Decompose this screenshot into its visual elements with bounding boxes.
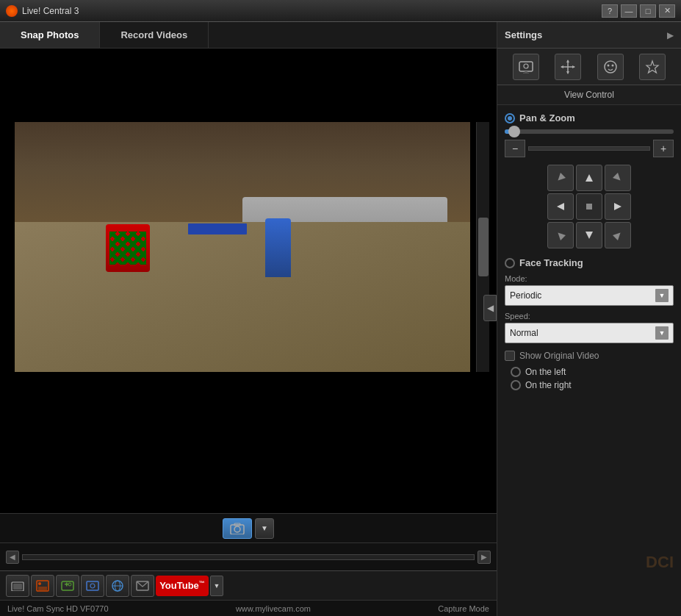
settings-panel: Settings ▶ [497,22,681,616]
svg-point-29 [607,64,609,66]
settings-expand-arrow[interactable]: ▶ [667,30,674,40]
on-the-left-label: On the left [525,367,566,377]
viewcontrol-settings-icon[interactable] [555,54,581,80]
scroll-left-arrow[interactable]: ◀ [6,551,19,564]
dpad-bottomleft[interactable] [547,222,574,248]
speed-dropdown-row: Speed: Normal ▼ [505,312,674,343]
webcam-settings-icon[interactable] [513,54,539,80]
mode-dropdown[interactable]: Periodic ▼ [505,285,674,306]
albums-tool-button[interactable] [6,575,29,597]
dpad-topright[interactable] [605,165,631,191]
show-original-label: Show Original Video [519,351,599,361]
youtube-label: YouTube™ [159,580,205,591]
on-the-right-label: On the right [525,380,572,390]
game-tool-button[interactable] [56,575,79,597]
settings-icons-row [497,49,681,85]
mug [106,224,150,272]
speed-dropdown-arrow: ▼ [655,326,669,340]
left-panel: Snap Photos Record Videos [0,22,497,616]
tab-snap-photos[interactable]: Snap Photos [0,22,100,48]
youtube-button[interactable]: YouTube™ [156,576,209,596]
facetracking-settings-icon[interactable] [597,54,624,80]
minimize-button[interactable]: — [621,4,637,18]
email-tool-button[interactable] [131,575,154,597]
horizontal-scroll-area[interactable]: ◀ ▶ [0,542,497,570]
dpad-down[interactable] [576,222,602,248]
dci-watermark: DCI [646,553,674,572]
svg-point-28 [605,61,616,73]
svg-rect-8 [62,581,73,590]
show-original-checkbox[interactable] [505,351,515,361]
settings-header: Settings ▶ [497,22,681,49]
snap-photo-button[interactable] [223,518,252,539]
svg-rect-35 [586,204,592,209]
show-original-section: Show Original Video On the left On the r… [505,351,674,390]
media-tool-button[interactable] [31,575,54,597]
svg-point-6 [38,582,41,585]
scroll-right-arrow[interactable]: ▶ [478,551,491,564]
svg-marker-32 [585,174,593,182]
close-button[interactable]: ✕ [659,4,675,18]
svg-point-13 [90,584,95,588]
on-the-left-radio[interactable] [511,367,521,377]
show-original-checkbox-row: Show Original Video [505,351,674,361]
bottom-toolbar: YouTube™ ▼ [0,570,497,600]
dpad-right[interactable] [605,193,631,220]
collapse-settings-button[interactable]: ◀ [483,295,497,321]
svg-marker-36 [614,203,621,210]
video-top-black [0,49,497,122]
help-button[interactable]: ? [602,4,618,18]
dpad-topleft[interactable] [547,165,574,191]
bottom-toolbar-left: YouTube™ ▼ [6,575,223,597]
svg-marker-27 [572,65,575,68]
title-text: Live! Central 3 [22,6,79,16]
zoom-slider-track[interactable] [505,129,674,134]
mug-pattern [109,232,146,265]
direction-pad [547,165,631,248]
mode-label: Mode: [505,274,674,283]
pan-zoom-section: Pan & Zoom − + [505,112,674,248]
settings-title: Settings [505,29,542,40]
dpad-center[interactable] [576,193,602,220]
dpad-left[interactable] [547,193,574,220]
svg-rect-18 [519,62,533,71]
on-the-left-option[interactable]: On the left [511,367,674,377]
mode-dropdown-arrow: ▼ [655,289,669,302]
speed-dropdown[interactable]: Normal ▼ [505,323,674,343]
snap-dropdown-button[interactable]: ▼ [255,518,274,539]
svg-rect-21 [523,73,529,74]
video-scrollbar[interactable] [476,122,489,372]
blue-bottle [265,218,291,277]
zoom-minus-button[interactable]: − [505,140,525,157]
svg-marker-33 [613,173,623,183]
camera-name-status: Live! Cam Sync HD VF0770 [7,604,109,613]
zoom-slider-thumb[interactable] [508,126,520,137]
effects-settings-icon[interactable] [639,54,666,80]
horizontal-scrollbar-track[interactable] [22,554,475,560]
svg-rect-4 [13,584,22,590]
dpad-up[interactable] [576,165,602,191]
tab-record-videos[interactable]: Record Videos [100,22,209,48]
face-tracking-radio[interactable] [505,258,515,268]
mode-dropdown-row: Mode: Periodic ▼ [505,274,674,306]
zoom-plus-button[interactable]: + [653,140,674,157]
maximize-button[interactable]: □ [640,4,656,18]
web-tool-button[interactable] [106,575,129,597]
pan-zoom-radio-row: Pan & Zoom [505,112,674,123]
pan-zoom-radio[interactable] [505,113,515,123]
on-the-right-radio[interactable] [511,380,521,390]
face-tracking-radio-row: Face Tracking [505,257,674,268]
video-frame [15,122,470,372]
photo-tool-button[interactable] [81,575,104,597]
more-tools-button[interactable]: ▼ [210,576,223,596]
svg-point-19 [524,64,528,68]
capture-mode-status: Capture Mode [438,604,489,613]
svg-marker-39 [613,230,623,240]
dpad-bottomright[interactable] [605,222,631,248]
face-tracking-label: Face Tracking [519,257,583,268]
svg-marker-24 [566,60,569,62]
on-the-right-option[interactable]: On the right [511,380,674,390]
svg-marker-25 [566,71,569,74]
svg-rect-11 [66,582,68,586]
title-bar-left: Live! Central 3 [6,5,79,17]
